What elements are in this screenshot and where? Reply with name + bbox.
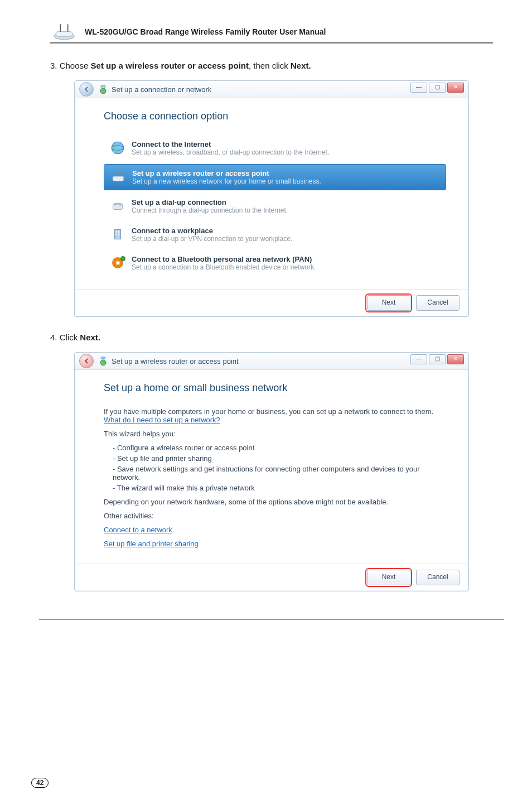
depends-text: Depending on your network hardware, some… (104, 498, 446, 506)
maximize-button[interactable]: ▢ (429, 83, 446, 93)
option-bluetooth[interactable]: ⁕ Connect to a Bluetooth personal area n… (104, 251, 446, 276)
option-desc: Set up a dial-up or VPN connection to yo… (132, 235, 292, 243)
svg-rect-13 (118, 232, 119, 233)
svg-point-16 (100, 360, 106, 365)
svg-rect-1 (56, 32, 72, 36)
bullet-item: - Save network settings and get instruct… (113, 465, 446, 482)
file-printer-sharing-link[interactable]: Set up file and printer sharing (104, 540, 199, 548)
router-glyph-icon (110, 169, 127, 185)
cancel-button[interactable]: Cancel (416, 295, 460, 311)
dialog1-title: Set up a connection or network (112, 85, 211, 94)
connect-network-link[interactable]: Connect to a network (104, 526, 172, 534)
maximize-button[interactable]: ▢ (429, 354, 446, 364)
option-title: Set up a wireless router or access point (132, 169, 321, 177)
back-button[interactable] (79, 354, 94, 368)
svg-rect-7 (113, 176, 123, 181)
close-button[interactable]: ✕ (447, 83, 464, 93)
svg-point-5 (112, 142, 123, 153)
option-desc: Connect through a dial-up connection to … (132, 206, 288, 214)
dialog-wireless-setup: Set up a wireless router or access point… (74, 352, 469, 591)
dialog2-title: Set up a wireless router or access point (112, 357, 239, 365)
globe-icon (109, 140, 126, 156)
option-workplace[interactable]: Connect to a workplace Set up a dial-up … (104, 222, 446, 247)
other-activities-label: Other activities: (104, 512, 446, 520)
step-3-text: 3. Choose Set up a wireless router or ac… (50, 61, 493, 70)
option-title: Connect to a workplace (132, 227, 292, 235)
wizard-helps-label: This wizard helps you: (104, 430, 446, 438)
option-connect-internet[interactable]: Connect to the Internet Set up a wireles… (104, 136, 446, 161)
option-title: Connect to the Internet (132, 140, 329, 148)
option-dialup[interactable]: Set up a dial-up connection Connect thro… (104, 194, 446, 219)
svg-rect-14 (116, 234, 117, 235)
what-need-link[interactable]: What do I need to set up a network? (104, 416, 220, 424)
phone-icon (109, 198, 126, 214)
close-button[interactable]: ✕ (447, 354, 464, 364)
bullet-item: - Set up file and printer sharing (113, 454, 446, 463)
minimize-button[interactable]: — (410, 83, 427, 93)
svg-rect-12 (116, 232, 117, 233)
next-button[interactable]: Next (367, 295, 410, 311)
next-button[interactable]: Next (367, 570, 410, 585)
dialog2-heading: Set up a home or small business network (104, 382, 446, 394)
option-title: Connect to a Bluetooth personal area net… (132, 255, 316, 263)
dialog2-intro: If you have multiple computers in your h… (104, 407, 446, 424)
bullet-item: - The wizard will make this a private ne… (113, 484, 446, 492)
router-icon (50, 22, 78, 41)
option-wireless-router[interactable]: Set up a wireless router or access point… (104, 164, 446, 190)
option-desc: Set up a new wireless network for your h… (132, 177, 321, 185)
dialog2-titlebar: Set up a wireless router or access point… (75, 353, 468, 370)
manual-header: WL-520GU/GC Broad Range Wireless Family … (50, 22, 493, 44)
step-4-text: 4. Click Next. (50, 333, 493, 342)
svg-rect-15 (118, 234, 119, 235)
network-globe-icon (98, 356, 108, 366)
option-desc: Set up a connection to a Bluetooth enabl… (132, 263, 316, 271)
wizard-bullet-list: - Configure a wireless router or access … (104, 444, 446, 492)
back-button[interactable] (79, 82, 94, 97)
dialog1-titlebar: Set up a connection or network — ▢ ✕ (75, 81, 468, 98)
cancel-button[interactable]: Cancel (416, 570, 460, 585)
dialog1-heading: Choose a connection option (104, 110, 446, 122)
option-title: Set up a dial-up connection (132, 198, 288, 206)
option-desc: Set up a wireless, broadband, or dial-up… (132, 148, 329, 156)
dialog-connection-option: Set up a connection or network — ▢ ✕ Cho… (74, 80, 469, 317)
svg-rect-11 (115, 229, 121, 239)
building-icon (109, 227, 126, 242)
manual-title: WL-520GU/GC Broad Range Wireless Family … (85, 27, 326, 36)
network-globe-icon (98, 84, 108, 94)
bullet-item: - Configure a wireless router or access … (113, 444, 446, 452)
svg-point-4 (100, 88, 106, 94)
bluetooth-icon: ⁕ (109, 255, 126, 271)
footer-rule (39, 619, 504, 620)
minimize-button[interactable]: — (410, 354, 427, 364)
